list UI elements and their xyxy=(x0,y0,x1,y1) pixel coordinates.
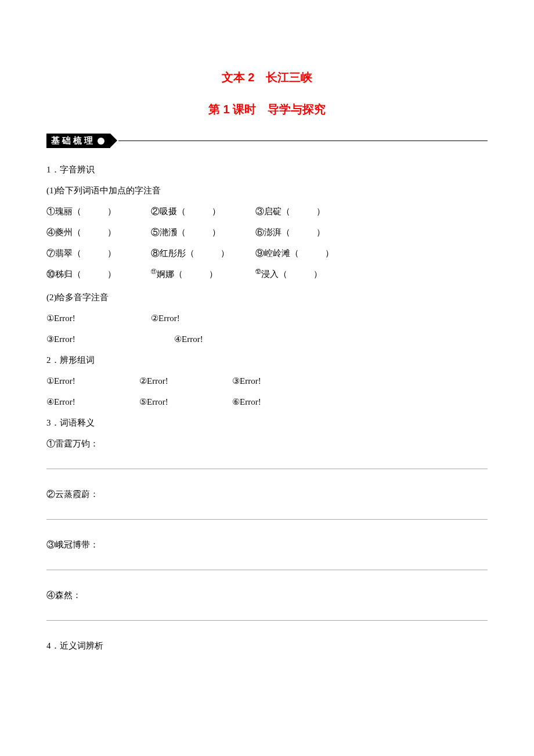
poly-item: ②Error! xyxy=(151,309,255,327)
banner-line xyxy=(118,141,488,141)
answer-line xyxy=(46,570,488,570)
poly-item: ①Error! xyxy=(46,309,151,327)
pinyin-item: ①瑰丽（ ） xyxy=(46,203,151,220)
pinyin-item: ④夔州（ ） xyxy=(46,224,151,241)
definition-block: ③峨冠博带： xyxy=(46,536,488,570)
shape-item: ①Error! xyxy=(46,372,139,390)
definition-term: ①雷霆万钧： xyxy=(46,435,488,452)
definition-term: ③峨冠博带： xyxy=(46,536,488,553)
pinyin-item: ⑪婀娜（ ） xyxy=(151,265,255,283)
shape-row: ④Error! ⑤Error! ⑥Error! xyxy=(46,393,488,411)
pinyin-item: ⑩秭归（ ） xyxy=(46,265,151,283)
shape-item: ⑥Error! xyxy=(232,393,337,411)
pinyin-item: ②吸摄（ ） xyxy=(151,203,255,220)
q1-sub2: (2)给多音字注音 xyxy=(46,289,488,306)
q3-heading: 3．词语释义 xyxy=(46,414,488,431)
answer-line xyxy=(46,469,488,469)
pinyin-item: ③启碇（ ） xyxy=(255,203,360,220)
q1-sub1: (1)给下列词语中加点的字注音 xyxy=(46,182,488,199)
poly-item: ③Error! xyxy=(46,330,174,348)
q2-heading: 2．辨形组词 xyxy=(46,351,488,369)
shape-item: ⑤Error! xyxy=(139,393,232,411)
doc-title: 文本 2 长江三峡 xyxy=(46,70,488,85)
answer-line xyxy=(46,620,488,621)
definition-term: ②云蒸霞蔚： xyxy=(46,485,488,503)
pinyin-row: ④夔州（ ） ⑤滟滪（ ） ⑥澎湃（ ） xyxy=(46,224,488,241)
pinyin-row: ①瑰丽（ ） ②吸摄（ ） ③启碇（ ） xyxy=(46,203,488,220)
content-body: 1．字音辨识 (1)给下列词语中加点的字注音 ①瑰丽（ ） ②吸摄（ ） ③启碇… xyxy=(46,161,488,654)
poly-item: ④Error! xyxy=(174,330,279,348)
q4-heading: 4．近义词辨析 xyxy=(46,637,488,654)
definition-block: ①雷霆万钧： xyxy=(46,435,488,469)
definition-block: ②云蒸霞蔚： xyxy=(46,485,488,520)
q1-heading: 1．字音辨识 xyxy=(46,161,488,178)
pinyin-item: ⑧红彤彤（ ） xyxy=(151,244,255,262)
pinyin-row: ⑩秭归（ ） ⑪婀娜（ ） ⑫浸入（ ） xyxy=(46,265,488,283)
banner-dot-icon xyxy=(98,138,104,145)
pinyin-item: ⑨崆岭滩（ ） xyxy=(255,244,360,262)
doc-subtitle: 第 1 课时 导学与探究 xyxy=(46,102,488,117)
poly-row: ③Error! ④Error! xyxy=(46,330,488,348)
shape-item: ④Error! xyxy=(46,393,139,411)
shape-item: ③Error! xyxy=(232,372,337,390)
pinyin-item: ⑦翡翠（ ） xyxy=(46,244,151,262)
answer-line xyxy=(46,519,488,520)
definition-term: ④森然： xyxy=(46,586,488,604)
shape-row: ①Error! ②Error! ③Error! xyxy=(46,372,488,390)
poly-row: ①Error! ②Error! xyxy=(46,309,488,327)
pinyin-item: ⑫浸入（ ） xyxy=(255,265,360,283)
section-banner: 基础梳理 xyxy=(46,134,110,148)
section-banner-row: 基础梳理 xyxy=(46,134,488,148)
pinyin-item: ⑥澎湃（ ） xyxy=(255,224,360,241)
pinyin-row: ⑦翡翠（ ） ⑧红彤彤（ ） ⑨崆岭滩（ ） xyxy=(46,244,488,262)
definition-block: ④森然： xyxy=(46,586,488,621)
pinyin-item: ⑤滟滪（ ） xyxy=(151,224,255,241)
section-banner-label: 基础梳理 xyxy=(51,135,95,145)
shape-item: ②Error! xyxy=(139,372,232,390)
